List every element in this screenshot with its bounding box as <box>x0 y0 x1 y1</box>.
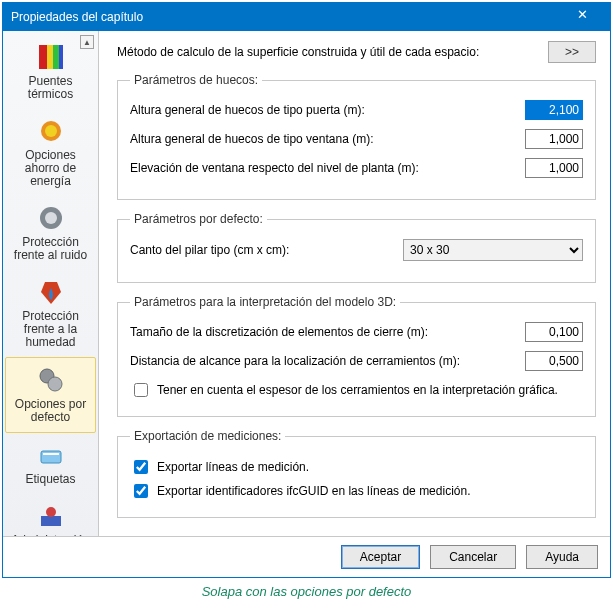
tag-icon <box>35 439 67 471</box>
alcance-input[interactable] <box>525 351 583 371</box>
svg-rect-10 <box>41 451 61 463</box>
help-button[interactable]: Ayuda <box>526 545 598 569</box>
page-caption: Solapa con las opciones por defecto <box>2 584 611 599</box>
export-guid-label: Exportar identificadores ifcGUID en las … <box>157 484 470 498</box>
svg-rect-1 <box>39 45 47 69</box>
alcance-label: Distancia de alcance para la localizació… <box>130 354 525 368</box>
svg-point-13 <box>46 507 56 517</box>
sidebar-item-label: Protección frente a la humedad <box>7 310 94 349</box>
calc-method-label: Método de calculo de la superficie const… <box>117 45 540 59</box>
export-legend: Exportación de mediciones: <box>130 429 285 443</box>
svg-rect-12 <box>41 516 61 526</box>
calc-method-more-button[interactable]: >> <box>548 41 596 63</box>
defecto-group: Parámetros por defecto: Canto del pilar … <box>117 212 596 283</box>
sidebar-item-label: Puentes térmicos <box>7 75 94 101</box>
titlebar: Propiedades del capítulo ✕ <box>3 3 610 31</box>
puerta-input[interactable] <box>525 100 583 120</box>
svg-rect-2 <box>47 45 53 69</box>
window-title: Propiedades del capítulo <box>11 10 562 24</box>
ventana-input[interactable] <box>525 129 583 149</box>
sidebar: ▲ Puentes térmicos Opciones ahorro de en… <box>3 31 99 536</box>
ventana-label: Altura general de huecos de tipo ventana… <box>130 132 525 146</box>
sidebar-item-label: Protección frente al ruido <box>7 236 94 262</box>
pilar-label: Canto del pilar tipo (cm x cm): <box>130 243 403 257</box>
dialog-body: ▲ Puentes térmicos Opciones ahorro de en… <box>3 31 610 536</box>
thermal-bridge-icon <box>35 41 67 73</box>
svg-rect-11 <box>43 453 59 455</box>
footer: Aceptar Cancelar Ayuda <box>3 536 610 577</box>
discretizacion-input[interactable] <box>525 322 583 342</box>
ok-button[interactable]: Aceptar <box>341 545 420 569</box>
noise-icon <box>35 202 67 234</box>
modelo3d-group: Parámetros para la interpretación del mo… <box>117 295 596 417</box>
sidebar-item-ruido[interactable]: Protección frente al ruido <box>5 196 96 270</box>
calc-method-row: Método de calculo de la superficie const… <box>117 41 596 63</box>
sidebar-item-label: Etiquetas <box>7 473 94 486</box>
pilar-select[interactable]: 30 x 30 <box>403 239 583 261</box>
huecos-group: Parámetros de huecos: Altura general de … <box>117 73 596 200</box>
elevacion-input[interactable] <box>525 158 583 178</box>
sidebar-item-humedad[interactable]: Protección frente a la humedad <box>5 270 96 357</box>
humidity-icon <box>35 276 67 308</box>
svg-rect-3 <box>53 45 59 69</box>
puerta-label: Altura general de huecos de tipo puerta … <box>130 103 525 117</box>
sidebar-item-label: Opciones ahorro de energía <box>7 149 94 188</box>
export-lineas-checkbox[interactable] <box>134 460 148 474</box>
svg-point-5 <box>45 125 57 137</box>
export-guid-checkbox[interactable] <box>134 484 148 498</box>
sidebar-item-label: Administración <box>7 534 94 536</box>
espesor-checkbox[interactable] <box>134 383 148 397</box>
sidebar-item-etiquetas[interactable]: Etiquetas <box>5 433 96 494</box>
sidebar-item-label: Opciones por defecto <box>8 398 93 424</box>
scroll-up-icon[interactable]: ▲ <box>80 35 94 49</box>
content-panel: Método de calculo de la superficie const… <box>99 31 610 536</box>
svg-point-9 <box>48 377 62 391</box>
admin-icon <box>35 500 67 532</box>
defecto-legend: Parámetros por defecto: <box>130 212 267 226</box>
export-lineas-label: Exportar líneas de medición. <box>157 460 309 474</box>
sidebar-item-defecto[interactable]: Opciones por defecto <box>5 357 96 433</box>
modelo3d-legend: Parámetros para la interpretación del mo… <box>130 295 400 309</box>
sidebar-item-energia[interactable]: Opciones ahorro de energía <box>5 109 96 196</box>
dialog: Propiedades del capítulo ✕ ▲ Puentes tér… <box>2 2 611 578</box>
svg-point-7 <box>45 212 57 224</box>
cancel-button[interactable]: Cancelar <box>430 545 516 569</box>
huecos-legend: Parámetros de huecos: <box>130 73 262 87</box>
discretizacion-label: Tamaño de la discretización de elementos… <box>130 325 525 339</box>
sidebar-item-admin[interactable]: Administración <box>5 494 96 536</box>
export-group: Exportación de mediciones: Exportar líne… <box>117 429 596 518</box>
elevacion-label: Elevación de ventana respecto del nivel … <box>130 161 525 175</box>
espesor-label: Tener en cuenta el espesor de los cerram… <box>157 383 558 397</box>
gear-icon <box>35 364 67 396</box>
energy-icon <box>35 115 67 147</box>
close-icon[interactable]: ✕ <box>562 7 602 27</box>
